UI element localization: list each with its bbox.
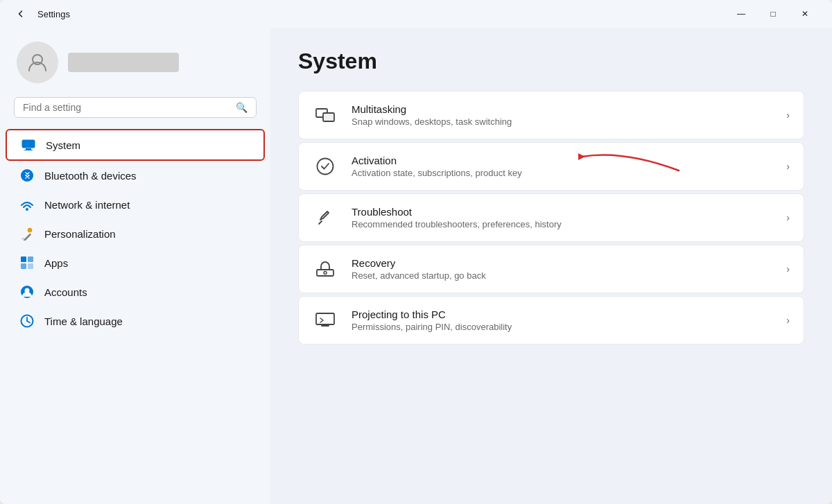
svg-point-7 [28, 228, 32, 232]
page-title: System [298, 49, 804, 74]
search-input[interactable] [23, 102, 230, 113]
svg-rect-2 [26, 148, 31, 150]
settings-item-activation[interactable]: Activation Activation state, subscriptio… [298, 142, 804, 191]
recovery-desc: Reset, advanced startup, go back [352, 270, 772, 281]
settings-item-recovery[interactable]: Recovery Reset, advanced startup, go bac… [298, 245, 804, 293]
back-button[interactable] [11, 4, 31, 24]
multitasking-label: Multitasking [352, 103, 772, 115]
settings-window: Settings — □ ✕ 🔍 [0, 0, 832, 504]
titlebar-controls: — □ ✕ [725, 3, 821, 25]
sidebar-item-personalization[interactable]: Personalization [6, 219, 265, 248]
sidebar-item-network[interactable]: Network & internet [6, 190, 265, 219]
multitasking-icon [313, 103, 338, 128]
settings-item-troubleshoot[interactable]: Troubleshoot Recommended troubleshooters… [298, 193, 804, 242]
activation-icon [313, 154, 338, 179]
sidebar-label-accounts: Accounts [44, 286, 87, 298]
accounts-icon [19, 284, 35, 299]
svg-point-18 [318, 159, 333, 175]
svg-rect-10 [21, 263, 26, 269]
titlebar: Settings — □ ✕ [0, 0, 832, 28]
troubleshoot-label: Troubleshoot [352, 206, 772, 218]
sidebar-item-apps[interactable]: Apps [6, 248, 265, 277]
system-icon [21, 137, 36, 153]
svg-point-21 [324, 272, 327, 275]
svg-rect-8 [21, 257, 26, 262]
multitasking-desc: Snap windows, desktops, task switching [352, 116, 772, 127]
content-area: 🔍 System [0, 28, 832, 504]
sidebar-item-system[interactable]: System [6, 129, 265, 161]
titlebar-left: Settings [11, 4, 70, 24]
svg-point-15 [26, 320, 28, 322]
recovery-label: Recovery [352, 257, 772, 269]
sidebar-label-personalization: Personalization [44, 228, 116, 240]
troubleshoot-text: Troubleshoot Recommended troubleshooters… [352, 206, 772, 229]
bluetooth-icon [19, 168, 35, 183]
sidebar-item-time[interactable]: Time & language [6, 306, 265, 336]
network-icon [19, 197, 35, 212]
sidebar-label-bluetooth: Bluetooth & devices [44, 170, 137, 182]
sidebar-item-bluetooth[interactable]: Bluetooth & devices [6, 161, 265, 190]
minimize-button[interactable]: — [725, 3, 757, 25]
svg-rect-22 [316, 313, 334, 324]
svg-rect-3 [24, 150, 33, 150]
time-icon [19, 313, 35, 329]
settings-item-projecting[interactable]: Projecting to this PC Permissions, pairi… [298, 296, 804, 345]
svg-rect-11 [28, 263, 33, 269]
search-box[interactable]: 🔍 [14, 97, 257, 118]
svg-rect-20 [317, 270, 333, 276]
svg-rect-17 [323, 113, 334, 121]
svg-point-4 [21, 169, 33, 182]
activation-label: Activation [352, 155, 772, 166]
search-icon: 🔍 [236, 102, 248, 113]
activation-text: Activation Activation state, subscriptio… [352, 155, 772, 178]
sidebar-label-time: Time & language [44, 315, 123, 327]
avatar [17, 42, 58, 83]
chevron-right-icon: › [786, 161, 790, 172]
personalization-icon [19, 226, 35, 241]
sidebar-label-system: System [46, 139, 80, 151]
recovery-text: Recovery Reset, advanced startup, go bac… [352, 257, 772, 281]
user-section [0, 28, 270, 97]
chevron-right-icon: › [786, 263, 790, 275]
troubleshoot-icon [313, 205, 338, 230]
sidebar-item-accounts[interactable]: Accounts [6, 277, 265, 306]
settings-list: Multitasking Snap windows, desktops, tas… [298, 91, 804, 345]
sidebar-label-apps: Apps [44, 257, 68, 269]
projecting-text: Projecting to this PC Permissions, pairi… [352, 309, 772, 332]
sidebar-label-network: Network & internet [44, 199, 130, 211]
chevron-right-icon: › [786, 315, 790, 326]
projecting-icon [313, 308, 338, 333]
projecting-desc: Permissions, pairing PIN, discoverabilit… [352, 322, 772, 332]
svg-rect-6 [23, 233, 31, 241]
maximize-button[interactable]: □ [757, 3, 789, 25]
troubleshoot-desc: Recommended troubleshooters, preferences… [352, 219, 772, 229]
svg-rect-1 [22, 140, 35, 148]
window-title: Settings [37, 9, 70, 19]
svg-rect-9 [28, 257, 33, 262]
apps-icon [19, 255, 35, 270]
main-panel: System Multitasking Snap windows, deskto… [270, 28, 832, 504]
chevron-right-icon: › [786, 110, 790, 121]
user-name-placeholder [68, 53, 179, 72]
recovery-icon [313, 257, 338, 281]
close-button[interactable]: ✕ [789, 3, 821, 25]
settings-item-multitasking[interactable]: Multitasking Snap windows, desktops, tas… [298, 91, 804, 139]
svg-point-5 [26, 208, 28, 211]
activation-desc: Activation state, subscriptions, product… [352, 168, 772, 178]
sidebar: 🔍 System [0, 28, 270, 504]
chevron-right-icon: › [786, 212, 790, 223]
projecting-label: Projecting to this PC [352, 309, 772, 320]
multitasking-text: Multitasking Snap windows, desktops, tas… [352, 103, 772, 127]
